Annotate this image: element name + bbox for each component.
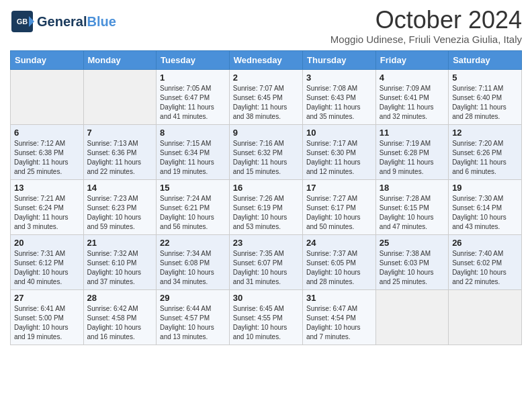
day-cell: 20Sunrise: 7:31 AMSunset: 6:12 PMDayligh… <box>11 234 84 289</box>
col-header-friday: Friday <box>375 50 448 69</box>
day-cell: 3Sunrise: 7:08 AMSunset: 6:43 PMDaylight… <box>303 69 376 124</box>
day-number: 19 <box>452 183 518 193</box>
day-number: 8 <box>160 128 226 138</box>
header-row: SundayMondayTuesdayWednesdayThursdayFrid… <box>11 50 522 69</box>
day-content: Sunrise: 6:42 AMSunset: 4:58 PMDaylight:… <box>87 304 153 342</box>
logo-general: General <box>37 14 87 29</box>
day-cell: 15Sunrise: 7:24 AMSunset: 6:21 PMDayligh… <box>157 179 230 234</box>
day-cell: 18Sunrise: 7:28 AMSunset: 6:15 PMDayligh… <box>375 179 448 234</box>
day-number: 21 <box>87 238 153 248</box>
day-cell: 1Sunrise: 7:05 AMSunset: 6:47 PMDaylight… <box>157 69 230 124</box>
day-cell: 31Sunrise: 6:47 AMSunset: 4:54 PMDayligh… <box>303 289 376 345</box>
day-cell: 9Sunrise: 7:16 AMSunset: 6:32 PMDaylight… <box>229 124 302 179</box>
col-header-saturday: Saturday <box>449 50 522 69</box>
day-content: Sunrise: 6:44 AMSunset: 4:57 PMDaylight:… <box>160 304 226 342</box>
day-content: Sunrise: 7:09 AMSunset: 6:41 PMDaylight:… <box>380 84 445 122</box>
day-cell: 19Sunrise: 7:30 AMSunset: 6:14 PMDayligh… <box>449 179 522 234</box>
day-content: Sunrise: 7:07 AMSunset: 6:45 PMDaylight:… <box>233 84 299 122</box>
day-number: 5 <box>452 73 518 83</box>
week-row-2: 6Sunrise: 7:12 AMSunset: 6:38 PMDaylight… <box>11 124 522 179</box>
day-content: Sunrise: 6:45 AMSunset: 4:55 PMDaylight:… <box>233 304 299 342</box>
day-number: 7 <box>87 128 153 138</box>
day-content: Sunrise: 7:32 AMSunset: 6:10 PMDaylight:… <box>87 249 153 287</box>
day-number: 25 <box>380 238 445 248</box>
day-cell: 26Sunrise: 7:40 AMSunset: 6:02 PMDayligh… <box>449 234 522 289</box>
calendar-table: SundayMondayTuesdayWednesdayThursdayFrid… <box>10 50 522 345</box>
day-content: Sunrise: 7:23 AMSunset: 6:23 PMDaylight:… <box>87 194 153 232</box>
day-number: 18 <box>380 183 445 193</box>
day-content: Sunrise: 7:16 AMSunset: 6:32 PMDaylight:… <box>233 139 299 177</box>
day-number: 27 <box>14 293 80 303</box>
day-number: 28 <box>87 293 153 303</box>
header: GB GeneralBlue October 2024 Moggio Udine… <box>10 7 522 45</box>
logo: GB GeneralBlue <box>10 7 116 34</box>
day-cell: 8Sunrise: 7:15 AMSunset: 6:34 PMDaylight… <box>157 124 230 179</box>
logo-icon: GB <box>10 9 34 34</box>
col-header-tuesday: Tuesday <box>157 50 230 69</box>
day-content: Sunrise: 7:40 AMSunset: 6:02 PMDaylight:… <box>452 249 518 287</box>
day-content: Sunrise: 7:26 AMSunset: 6:19 PMDaylight:… <box>233 194 299 232</box>
col-header-monday: Monday <box>83 50 157 69</box>
day-number: 6 <box>14 128 80 138</box>
day-number: 16 <box>233 183 299 193</box>
day-cell <box>449 289 522 345</box>
day-content: Sunrise: 7:13 AMSunset: 6:36 PMDaylight:… <box>87 139 153 177</box>
day-content: Sunrise: 7:24 AMSunset: 6:21 PMDaylight:… <box>160 194 226 232</box>
day-cell: 4Sunrise: 7:09 AMSunset: 6:41 PMDaylight… <box>375 69 448 124</box>
day-content: Sunrise: 7:05 AMSunset: 6:47 PMDaylight:… <box>160 84 226 122</box>
day-number: 17 <box>306 183 372 193</box>
day-number: 3 <box>306 73 372 83</box>
day-content: Sunrise: 7:20 AMSunset: 6:26 PMDaylight:… <box>452 139 518 177</box>
day-number: 29 <box>160 293 226 303</box>
day-number: 20 <box>14 238 80 248</box>
day-cell: 27Sunrise: 6:41 AMSunset: 5:00 PMDayligh… <box>11 289 84 345</box>
day-content: Sunrise: 7:12 AMSunset: 6:38 PMDaylight:… <box>14 139 80 177</box>
day-content: Sunrise: 7:27 AMSunset: 6:17 PMDaylight:… <box>306 194 372 232</box>
title-area: October 2024 Moggio Udinese, Friuli Vene… <box>330 7 522 45</box>
week-row-3: 13Sunrise: 7:21 AMSunset: 6:24 PMDayligh… <box>11 179 522 234</box>
day-content: Sunrise: 7:28 AMSunset: 6:15 PMDaylight:… <box>380 194 445 232</box>
day-number: 23 <box>233 238 299 248</box>
day-number: 10 <box>306 128 372 138</box>
day-cell <box>11 69 84 124</box>
day-content: Sunrise: 7:37 AMSunset: 6:05 PMDaylight:… <box>306 249 372 287</box>
day-cell: 23Sunrise: 7:35 AMSunset: 6:07 PMDayligh… <box>229 234 302 289</box>
day-number: 1 <box>160 73 226 83</box>
week-row-4: 20Sunrise: 7:31 AMSunset: 6:12 PMDayligh… <box>11 234 522 289</box>
day-number: 13 <box>14 183 80 193</box>
day-number: 12 <box>452 128 518 138</box>
day-cell: 25Sunrise: 7:38 AMSunset: 6:03 PMDayligh… <box>375 234 448 289</box>
day-cell: 17Sunrise: 7:27 AMSunset: 6:17 PMDayligh… <box>303 179 376 234</box>
day-number: 2 <box>233 73 299 83</box>
day-content: Sunrise: 7:35 AMSunset: 6:07 PMDaylight:… <box>233 249 299 287</box>
day-cell: 12Sunrise: 7:20 AMSunset: 6:26 PMDayligh… <box>449 124 522 179</box>
day-cell: 5Sunrise: 7:11 AMSunset: 6:40 PMDaylight… <box>449 69 522 124</box>
day-cell: 10Sunrise: 7:17 AMSunset: 6:30 PMDayligh… <box>303 124 376 179</box>
day-cell: 24Sunrise: 7:37 AMSunset: 6:05 PMDayligh… <box>303 234 376 289</box>
location-title: Moggio Udinese, Friuli Venezia Giulia, I… <box>330 34 522 45</box>
day-number: 4 <box>380 73 445 83</box>
week-row-5: 27Sunrise: 6:41 AMSunset: 5:00 PMDayligh… <box>11 289 522 345</box>
day-cell: 13Sunrise: 7:21 AMSunset: 6:24 PMDayligh… <box>11 179 84 234</box>
day-number: 26 <box>452 238 518 248</box>
day-cell <box>83 69 157 124</box>
day-cell: 2Sunrise: 7:07 AMSunset: 6:45 PMDaylight… <box>229 69 302 124</box>
day-content: Sunrise: 7:19 AMSunset: 6:28 PMDaylight:… <box>380 139 445 177</box>
month-title: October 2024 <box>330 7 522 34</box>
day-cell: 28Sunrise: 6:42 AMSunset: 4:58 PMDayligh… <box>83 289 157 345</box>
day-number: 15 <box>160 183 226 193</box>
logo-blue: Blue <box>87 14 116 29</box>
day-number: 22 <box>160 238 226 248</box>
day-cell: 30Sunrise: 6:45 AMSunset: 4:55 PMDayligh… <box>229 289 302 345</box>
day-number: 9 <box>233 128 299 138</box>
day-cell: 22Sunrise: 7:34 AMSunset: 6:08 PMDayligh… <box>157 234 230 289</box>
day-content: Sunrise: 7:31 AMSunset: 6:12 PMDaylight:… <box>14 249 80 287</box>
day-content: Sunrise: 6:41 AMSunset: 5:00 PMDaylight:… <box>14 304 80 342</box>
day-number: 30 <box>233 293 299 303</box>
day-content: Sunrise: 7:21 AMSunset: 6:24 PMDaylight:… <box>14 194 80 232</box>
day-content: Sunrise: 7:17 AMSunset: 6:30 PMDaylight:… <box>306 139 372 177</box>
week-row-1: 1Sunrise: 7:05 AMSunset: 6:47 PMDaylight… <box>11 69 522 124</box>
day-cell: 16Sunrise: 7:26 AMSunset: 6:19 PMDayligh… <box>229 179 302 234</box>
day-number: 11 <box>380 128 445 138</box>
day-number: 31 <box>306 293 372 303</box>
